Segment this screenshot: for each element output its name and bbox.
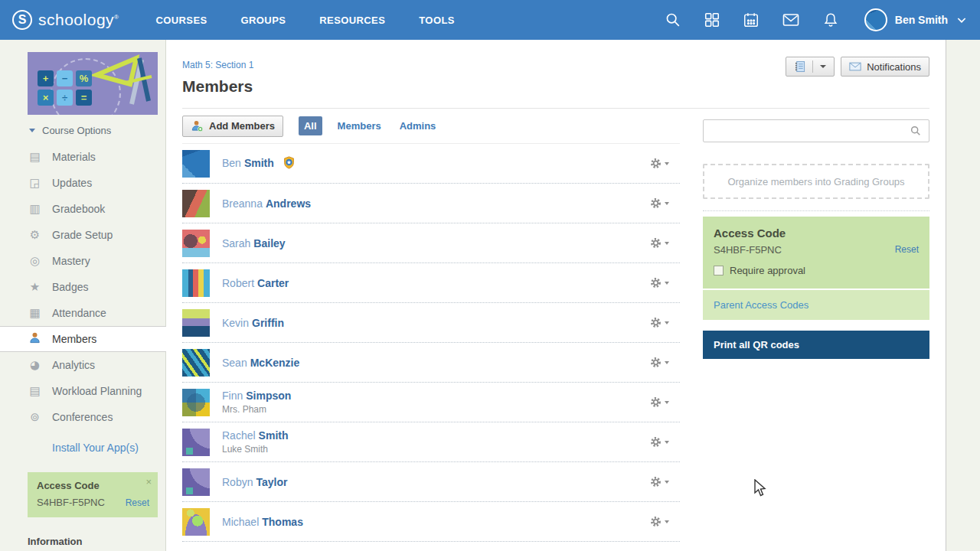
- member-actions-menu[interactable]: [650, 197, 680, 209]
- filter-admins[interactable]: Admins: [397, 116, 439, 135]
- page-title: Members: [182, 77, 929, 96]
- messages-icon[interactable]: [782, 11, 800, 29]
- geometry-tools-graphic: [86, 54, 156, 113]
- install-apps-link[interactable]: Install Your App(s): [52, 442, 165, 454]
- filter-all[interactable]: All: [299, 116, 322, 135]
- member-actions-menu[interactable]: [650, 237, 680, 249]
- page-background: [946, 40, 980, 551]
- member-name-link[interactable]: MichaelThomas: [222, 516, 303, 528]
- print-qr-codes-button[interactable]: Print all QR codes: [703, 331, 929, 359]
- calendar-icon[interactable]: [743, 11, 760, 28]
- member-name-link[interactable]: RobynTaylor: [222, 476, 287, 488]
- member-row: SeanMcKenzie: [182, 343, 680, 383]
- member-avatar[interactable]: [182, 190, 210, 217]
- search-icon[interactable]: [665, 11, 681, 28]
- user-menu[interactable]: Ben Smith: [864, 8, 968, 31]
- member-search-input[interactable]: [710, 126, 910, 137]
- sidebar-item-gradebook[interactable]: ▥ Gradebook: [0, 196, 165, 222]
- member-row: RachelSmith Luke Smith: [182, 422, 680, 462]
- member-name-link[interactable]: FinnSimpson: [222, 390, 291, 402]
- member-avatar[interactable]: [182, 150, 210, 178]
- parent-access-codes-link[interactable]: Parent Access Codes: [703, 290, 929, 320]
- member-avatar[interactable]: [182, 468, 210, 496]
- sidebar-item-badges[interactable]: ★ Badges: [0, 274, 165, 300]
- member-name-link[interactable]: KevinGriffin: [222, 317, 284, 329]
- member-avatar[interactable]: [182, 349, 210, 377]
- member-name-link[interactable]: RobertCarter: [222, 277, 289, 289]
- member-avatar[interactable]: [182, 429, 210, 456]
- caret-down-icon: [665, 242, 669, 245]
- access-code-reset-link[interactable]: Reset: [126, 497, 149, 508]
- sidebar-item-materials[interactable]: ▤ Materials: [0, 144, 165, 170]
- close-icon[interactable]: ×: [145, 476, 152, 487]
- app-grid-icon[interactable]: [704, 11, 720, 28]
- member-row: SarahBailey: [182, 223, 680, 263]
- member-actions-menu[interactable]: [650, 396, 680, 408]
- breadcrumb[interactable]: Math 5: Section 1: [182, 40, 253, 70]
- member-actions-menu[interactable]: [650, 158, 680, 169]
- member-avatar[interactable]: [182, 309, 210, 337]
- notifications-bell-icon[interactable]: [822, 11, 839, 28]
- member-name-link[interactable]: SeanMcKenzie: [222, 357, 299, 369]
- member-row: FinnSimpson Mrs. Pham: [182, 383, 680, 422]
- sidebar-item-analytics[interactable]: ◕ Analytics: [0, 352, 165, 378]
- caret-down-icon: [665, 282, 669, 285]
- member-avatar[interactable]: [182, 269, 210, 297]
- caret-down-icon: [665, 520, 669, 523]
- member-avatar[interactable]: [182, 389, 210, 416]
- member-name-link[interactable]: BreannaAndrews: [222, 197, 311, 210]
- sidebar-item-mastery[interactable]: ◎ Mastery: [0, 248, 165, 274]
- sidebar-item-members[interactable]: Members: [0, 326, 166, 352]
- course-options-toggle[interactable]: Course Options: [29, 125, 165, 136]
- grading-groups-dropzone[interactable]: Organize members into Grading Groups: [703, 164, 929, 199]
- filter-members[interactable]: Members: [335, 116, 384, 135]
- member-actions-menu[interactable]: [650, 516, 680, 527]
- member-name-link[interactable]: BenSmith: [222, 157, 274, 169]
- member-name-link[interactable]: RachelSmith: [222, 429, 288, 442]
- sidebar-item-attendance[interactable]: ▦ Attendance: [0, 300, 165, 326]
- gear-icon: [650, 476, 662, 487]
- minus-tile: −: [57, 70, 73, 86]
- course-thumbnail[interactable]: + − % × ÷ =: [28, 52, 158, 115]
- member-sub-label: Mrs. Pham: [222, 404, 291, 415]
- user-avatar: [864, 8, 887, 31]
- caret-down-icon: [665, 481, 669, 484]
- workload-planning-icon: ▤: [28, 384, 42, 398]
- member-actions-menu[interactable]: [650, 277, 680, 289]
- nav-groups[interactable]: GROUPS: [241, 15, 286, 26]
- sidebar-item-workload-planning[interactable]: ▤ Workload Planning: [0, 378, 165, 404]
- caret-down-icon: [665, 202, 669, 205]
- add-person-icon: [191, 119, 204, 132]
- report-dropdown-button[interactable]: [786, 57, 835, 77]
- nav-courses[interactable]: COURSES: [155, 15, 207, 26]
- add-members-button[interactable]: Add Members: [182, 116, 283, 137]
- dotted-divider: [703, 210, 929, 211]
- gear-icon: [650, 197, 662, 209]
- member-actions-menu[interactable]: [650, 436, 680, 448]
- badges-icon: ★: [28, 280, 42, 294]
- nav-resources[interactable]: RESOURCES: [319, 15, 385, 26]
- access-code-reset-link[interactable]: Reset: [895, 244, 919, 256]
- schoology-logo[interactable]: S schoology®: [12, 10, 119, 30]
- member-name-link[interactable]: SarahBailey: [222, 237, 286, 249]
- user-name: Ben Smith: [895, 14, 948, 26]
- member-avatar[interactable]: [182, 508, 210, 536]
- sidebar-item-grade-setup[interactable]: ⚙ Grade Setup: [0, 222, 165, 248]
- notifications-button[interactable]: Notifications: [841, 57, 929, 77]
- notebook-icon: [794, 60, 805, 73]
- gear-icon: [650, 516, 662, 527]
- nav-tools[interactable]: TOOLS: [419, 15, 455, 26]
- sidebar-item-conferences[interactable]: ⊚ Conferences: [0, 404, 165, 430]
- member-actions-menu[interactable]: [650, 357, 680, 368]
- gear-icon: [650, 396, 662, 408]
- require-approval-checkbox[interactable]: [714, 266, 724, 276]
- search-icon[interactable]: [910, 125, 922, 137]
- member-actions-menu[interactable]: [650, 317, 680, 328]
- sidebar-item-updates[interactable]: ◲ Updates: [0, 170, 165, 196]
- materials-icon: ▤: [28, 150, 42, 164]
- divider: [812, 60, 813, 73]
- access-code-title: Access Code: [714, 227, 919, 240]
- member-avatar[interactable]: [182, 230, 210, 257]
- plus-tile: +: [38, 70, 54, 86]
- member-actions-menu[interactable]: [650, 476, 680, 487]
